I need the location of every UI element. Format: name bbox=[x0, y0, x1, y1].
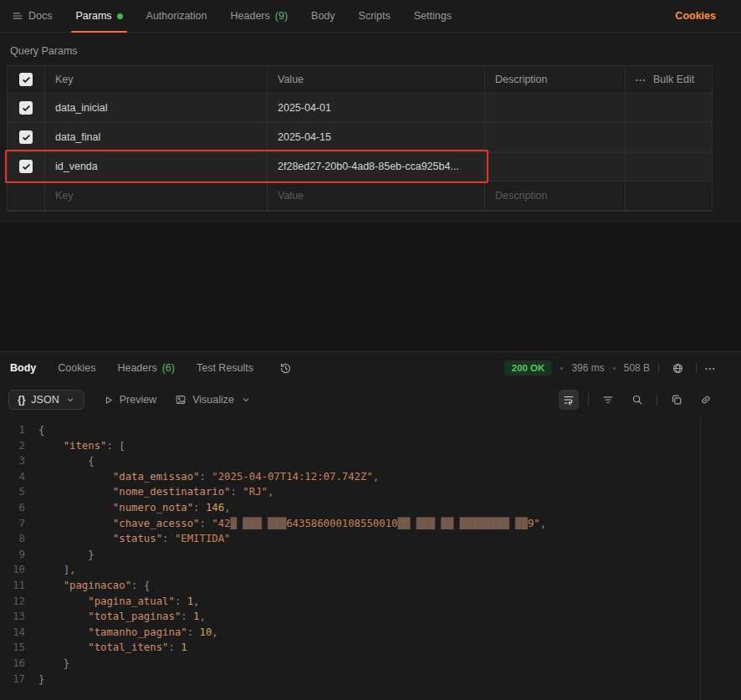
line-number: 5 bbox=[0, 484, 38, 500]
link-button[interactable] bbox=[696, 390, 716, 410]
filter-button[interactable] bbox=[598, 390, 618, 410]
visualize-button[interactable]: Visualize bbox=[175, 394, 234, 406]
play-icon bbox=[103, 395, 114, 406]
row-actions-cell bbox=[626, 123, 712, 151]
json-format-dropdown[interactable]: {} JSON bbox=[8, 390, 84, 410]
more-options-button[interactable]: ••• bbox=[705, 365, 716, 372]
key-cell[interactable]: data_final bbox=[45, 123, 268, 151]
code-line: 1{ bbox=[0, 422, 700, 438]
tab-response-cookies[interactable]: Cookies bbox=[58, 352, 95, 384]
tab-response-headers-label: Headers bbox=[117, 362, 156, 374]
row-checkbox[interactable] bbox=[19, 101, 33, 115]
line-number: 10 bbox=[0, 562, 38, 578]
code-line: 8 "status": "EMITIDA" bbox=[0, 531, 700, 547]
line-number: 2 bbox=[0, 438, 38, 454]
code-text: "data_emissao": "2025-04-07T14:12:07.742… bbox=[38, 469, 379, 485]
code-text: "paginacao": { bbox=[38, 578, 150, 594]
column-header-value: Value bbox=[268, 66, 485, 93]
table-row: data_inicial 2025-04-01 bbox=[8, 94, 712, 123]
row-actions-cell bbox=[626, 152, 712, 181]
header-checkbox-cell bbox=[8, 66, 45, 93]
column-header-key: Key bbox=[45, 66, 268, 93]
image-icon bbox=[175, 394, 187, 406]
bulk-edit-button[interactable]: ••• Bulk Edit bbox=[636, 74, 694, 85]
value-cell[interactable]: 2025-04-15 bbox=[268, 123, 485, 151]
line-number: 13 bbox=[0, 609, 38, 625]
code-text: "nome_destinatario": "RJ", bbox=[38, 484, 273, 500]
wrap-text-button[interactable] bbox=[559, 390, 579, 410]
tab-headers[interactable]: Headers (9) bbox=[231, 0, 289, 32]
select-all-checkbox[interactable] bbox=[19, 73, 33, 86]
bulk-edit-label: Bulk Edit bbox=[653, 74, 694, 85]
line-number: 7 bbox=[0, 516, 38, 532]
history-icon[interactable] bbox=[275, 358, 295, 378]
description-cell[interactable] bbox=[485, 152, 626, 181]
tab-authorization-label: Authorization bbox=[146, 10, 207, 22]
preview-button[interactable]: Preview bbox=[103, 394, 156, 406]
code-text: "tamanho_pagina": 10, bbox=[38, 625, 218, 641]
row-checkbox[interactable] bbox=[19, 130, 33, 144]
code-line: 10 ], bbox=[0, 562, 700, 578]
response-size: 508 B bbox=[624, 362, 650, 374]
line-number: 3 bbox=[0, 453, 38, 469]
table-row-highlighted: id_venda 2f28ed27-20b0-4ad8-85eb-cca925b… bbox=[8, 152, 712, 181]
copy-button[interactable] bbox=[667, 390, 687, 410]
tab-docs-label: Docs bbox=[28, 10, 52, 22]
code-text: "itens": [ bbox=[38, 438, 125, 454]
docs-icon bbox=[12, 10, 23, 22]
code-line: 17} bbox=[0, 672, 700, 687]
copy-icon bbox=[671, 394, 682, 406]
value-cell[interactable]: 2025-04-01 bbox=[268, 94, 485, 122]
braces-icon: {} bbox=[18, 394, 25, 406]
tab-test-results-label: Test Results bbox=[197, 362, 253, 374]
key-cell[interactable]: data_inicial bbox=[45, 94, 268, 122]
tab-scripts-label: Scripts bbox=[359, 10, 391, 22]
code-viewer: 1{2 "itens": [3 {4 "data_emissao": "2025… bbox=[0, 416, 701, 700]
response-tab-bar: Body Cookies Headers (6) Test Results 20… bbox=[0, 352, 741, 384]
code-line: 6 "numero_nota": 146, bbox=[0, 500, 700, 516]
key-cell[interactable]: id_venda bbox=[45, 152, 268, 181]
visualize-label: Visualize bbox=[192, 394, 234, 406]
visualize-chevron[interactable] bbox=[241, 395, 251, 405]
tab-body[interactable]: Body bbox=[311, 0, 335, 32]
tab-settings[interactable]: Settings bbox=[414, 0, 452, 32]
dot-separator bbox=[560, 367, 563, 370]
description-cell[interactable] bbox=[485, 94, 626, 122]
tab-scripts[interactable]: Scripts bbox=[359, 0, 391, 32]
new-description-input[interactable] bbox=[495, 190, 615, 202]
line-number: 6 bbox=[0, 500, 38, 516]
code-line: 7 "chave_acesso": "42█ ███ ███6435860001… bbox=[0, 516, 700, 532]
tab-docs[interactable]: Docs bbox=[12, 0, 52, 32]
tab-test-results[interactable]: Test Results bbox=[197, 352, 253, 384]
code-line: 9 } bbox=[0, 547, 700, 563]
code-text: { bbox=[38, 453, 95, 469]
code-line: 15 "total_itens": 1 bbox=[0, 640, 700, 656]
code-text: ], bbox=[38, 562, 75, 578]
line-number: 11 bbox=[0, 578, 38, 594]
tab-params[interactable]: Params bbox=[75, 0, 122, 32]
new-key-input[interactable] bbox=[55, 190, 257, 202]
new-value-input[interactable] bbox=[278, 190, 474, 202]
value-cell[interactable]: 2f28ed27-20b0-4ad8-85eb-cca925b4... bbox=[268, 152, 485, 181]
line-number: 1 bbox=[0, 422, 38, 438]
tab-response-body[interactable]: Body bbox=[10, 352, 36, 384]
tab-response-headers[interactable]: Headers (6) bbox=[117, 352, 175, 384]
code-text: } bbox=[38, 656, 69, 672]
code-text: } bbox=[38, 672, 44, 687]
empty-checkbox-cell bbox=[8, 181, 45, 210]
code-line: 3 { bbox=[0, 453, 700, 469]
code-line: 2 "itens": [ bbox=[0, 438, 700, 454]
description-cell[interactable] bbox=[485, 123, 626, 151]
api-client-window: Docs Params Authorization Headers (9) Bo… bbox=[0, 0, 741, 700]
request-tab-bar: Docs Params Authorization Headers (9) Bo… bbox=[0, 0, 741, 33]
tab-authorization[interactable]: Authorization bbox=[146, 0, 207, 32]
line-number: 8 bbox=[0, 531, 38, 547]
code-line: 16 } bbox=[0, 656, 700, 672]
row-checkbox[interactable] bbox=[19, 160, 33, 173]
search-button[interactable] bbox=[627, 390, 647, 410]
cookies-link[interactable]: Cookies bbox=[675, 10, 716, 22]
table-placeholder-row bbox=[8, 181, 712, 211]
response-status-area: 200 OK 396 ms 508 B ••• bbox=[504, 358, 716, 378]
globe-icon[interactable] bbox=[667, 358, 687, 378]
divider bbox=[658, 362, 659, 374]
